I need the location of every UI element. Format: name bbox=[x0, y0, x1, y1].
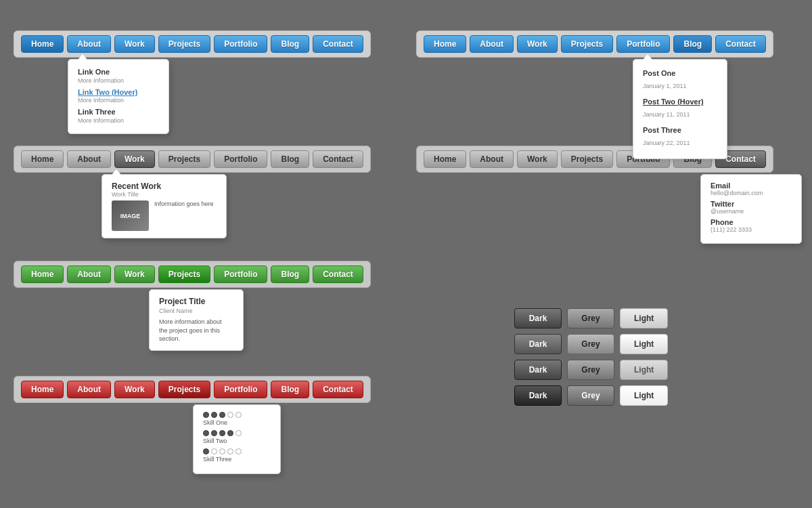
compare-dark-4[interactable]: Dark bbox=[514, 385, 562, 406]
links-dropdown: Link One More Information Link Two (Hove… bbox=[68, 59, 169, 134]
dot bbox=[235, 430, 242, 436]
nav-contact-btn-2[interactable]: Contact bbox=[715, 35, 766, 53]
nav-projects-btn-3[interactable]: Projects bbox=[158, 150, 210, 168]
blog-post-1: Post One January 1, 2011 bbox=[643, 66, 717, 91]
nav-work-btn-5[interactable]: Work bbox=[114, 266, 155, 283]
work-info-text: Information goes here bbox=[154, 200, 214, 207]
nav-blue-right: Home About Work Projects Portfolio Blog … bbox=[416, 30, 773, 58]
nav-projects-btn-5[interactable]: Projects bbox=[158, 266, 210, 283]
post-three-date: January 22, 2011 bbox=[643, 140, 690, 146]
compare-dark-1[interactable]: Dark bbox=[514, 308, 562, 329]
dot bbox=[211, 430, 217, 436]
nav-about-btn-4[interactable]: About bbox=[470, 150, 514, 168]
nav-about-btn-5[interactable]: About bbox=[67, 266, 111, 283]
compare-light-4[interactable]: Light bbox=[620, 385, 668, 406]
nav-work-btn-2[interactable]: Work bbox=[517, 35, 558, 53]
nav-portfolio-btn-3[interactable]: Portfolio bbox=[214, 150, 267, 168]
nav-portfolio-btn-5[interactable]: Portfolio bbox=[214, 266, 267, 283]
work-dropdown: Recent Work Work Title IMAGE Information… bbox=[102, 174, 227, 238]
nav-projects-btn-2[interactable]: Projects bbox=[561, 35, 613, 53]
dot bbox=[203, 448, 209, 454]
twitter-label: Twitter bbox=[710, 200, 792, 208]
nav-work-btn-6[interactable]: Work bbox=[114, 381, 155, 398]
compare-grey-4[interactable]: Grey bbox=[567, 385, 614, 406]
dot bbox=[227, 448, 233, 454]
post-two-title[interactable]: Post Two (Hover) bbox=[643, 98, 704, 106]
dot bbox=[219, 430, 225, 436]
compare-row-3: Dark Grey Light bbox=[514, 360, 668, 380]
nav-portfolio-btn-2[interactable]: Portfolio bbox=[616, 35, 670, 53]
phone-value: (111) 222 3333 bbox=[710, 226, 792, 233]
nav-blog-btn-1[interactable]: Blog bbox=[271, 35, 309, 53]
post-two-date: January 11, 2011 bbox=[643, 111, 690, 118]
compare-row-1: Dark Grey Light bbox=[514, 308, 668, 329]
compare-row-2: Dark Grey Light bbox=[514, 334, 668, 354]
nav-portfolio-btn-1[interactable]: Portfolio bbox=[214, 35, 267, 53]
nav-about-btn-3[interactable]: About bbox=[67, 150, 111, 168]
compare-grey-3[interactable]: Grey bbox=[567, 360, 614, 380]
dot bbox=[211, 412, 217, 418]
compare-light-2[interactable]: Light bbox=[620, 334, 668, 354]
email-value: hello@domain.com bbox=[710, 190, 792, 196]
nav-green: Home About Work Projects Portfolio Blog … bbox=[14, 261, 371, 288]
compare-row-4: Dark Grey Light bbox=[514, 385, 668, 406]
twitter-value: @username bbox=[710, 208, 792, 215]
dot bbox=[219, 412, 225, 418]
project-client: Client Name bbox=[159, 308, 233, 314]
compare-grey-2[interactable]: Grey bbox=[567, 334, 614, 354]
nav-home-btn-1[interactable]: Home bbox=[21, 35, 64, 53]
nav-contact-btn-1[interactable]: Contact bbox=[313, 35, 363, 53]
nav-work-btn-1[interactable]: Work bbox=[114, 35, 155, 53]
link-one-sub: More Information bbox=[78, 77, 159, 84]
skill-row-1: Skill One bbox=[203, 412, 271, 426]
dot bbox=[235, 448, 242, 454]
projects-dropdown: Project Title Client Name More informati… bbox=[149, 289, 244, 351]
nav-blog-btn-5[interactable]: Blog bbox=[271, 266, 309, 283]
nav-blue-left: Home About Work Projects Portfolio Blog … bbox=[14, 30, 371, 58]
nav-projects-btn-4[interactable]: Projects bbox=[561, 150, 613, 168]
nav-work-btn-4[interactable]: Work bbox=[517, 150, 558, 168]
nav-work-btn-3[interactable]: Work bbox=[114, 150, 155, 168]
nav-projects-btn-6[interactable]: Projects bbox=[158, 381, 210, 398]
skills-dropdown: Skill One Skill Two bbox=[193, 404, 281, 474]
compare-light-1[interactable]: Light bbox=[620, 308, 668, 329]
blog-post-2: Post Two (Hover) January 11, 2011 bbox=[643, 95, 717, 119]
nav-home-btn-2[interactable]: Home bbox=[424, 35, 466, 53]
dot bbox=[203, 430, 209, 436]
skill-three-label: Skill Three bbox=[203, 456, 271, 463]
nav-home-btn-4[interactable]: Home bbox=[424, 150, 466, 168]
nav-about-btn-6[interactable]: About bbox=[67, 381, 111, 398]
dot bbox=[227, 430, 233, 436]
post-one-title[interactable]: Post One bbox=[643, 69, 675, 77]
compare-grey-1[interactable]: Grey bbox=[567, 308, 614, 329]
email-label: Email bbox=[710, 182, 792, 190]
skill-row-3: Skill Three bbox=[203, 448, 271, 463]
nav-blog-btn-3[interactable]: Blog bbox=[271, 150, 309, 168]
nav-blog-btn-6[interactable]: Blog bbox=[271, 381, 309, 398]
nav-home-btn-5[interactable]: Home bbox=[21, 266, 64, 283]
nav-contact-btn-6[interactable]: Contact bbox=[313, 381, 363, 398]
nav-red: Home About Work Projects Portfolio Blog … bbox=[14, 376, 371, 403]
skill-one-label: Skill One bbox=[203, 419, 271, 426]
nav-contact-btn-3[interactable]: Contact bbox=[313, 150, 363, 168]
skill-row-2: Skill Two bbox=[203, 430, 271, 444]
nav-contact-btn-5[interactable]: Contact bbox=[313, 266, 363, 283]
nav-home-btn-6[interactable]: Home bbox=[21, 381, 64, 398]
compare-dark-3[interactable]: Dark bbox=[514, 360, 562, 380]
phone-label: Phone bbox=[710, 218, 792, 226]
nav-home-btn-3[interactable]: Home bbox=[21, 150, 64, 168]
button-compare-section: Dark Grey Light Dark Grey Light Dark Gre… bbox=[514, 308, 668, 411]
nav-portfolio-btn-6[interactable]: Portfolio bbox=[214, 381, 267, 398]
nav-about-btn-2[interactable]: About bbox=[470, 35, 514, 53]
dot bbox=[227, 412, 233, 418]
nav-projects-btn-1[interactable]: Projects bbox=[158, 35, 210, 53]
nav-about-btn-1[interactable]: About bbox=[67, 35, 111, 53]
compare-dark-2[interactable]: Dark bbox=[514, 334, 562, 354]
post-three-title[interactable]: Post Three bbox=[643, 126, 681, 134]
dot bbox=[235, 412, 242, 418]
link-three-sub: More Information bbox=[78, 117, 159, 124]
link-two-sub: More Information bbox=[78, 97, 159, 104]
post-one-date: January 1, 2011 bbox=[643, 83, 687, 89]
compare-light-3[interactable]: Light bbox=[620, 360, 668, 380]
nav-blog-btn-2[interactable]: Blog bbox=[673, 35, 712, 53]
